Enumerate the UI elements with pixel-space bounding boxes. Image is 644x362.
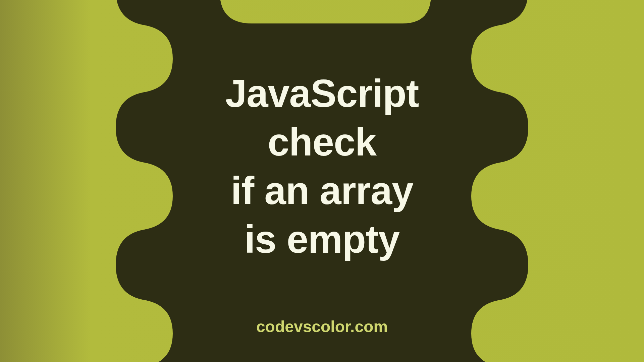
brand-label: codevscolor.com (256, 317, 388, 336)
hero-title: JavaScript check if an array is empty (225, 69, 419, 264)
hero-card: JavaScript check if an array is empty co… (0, 0, 644, 362)
